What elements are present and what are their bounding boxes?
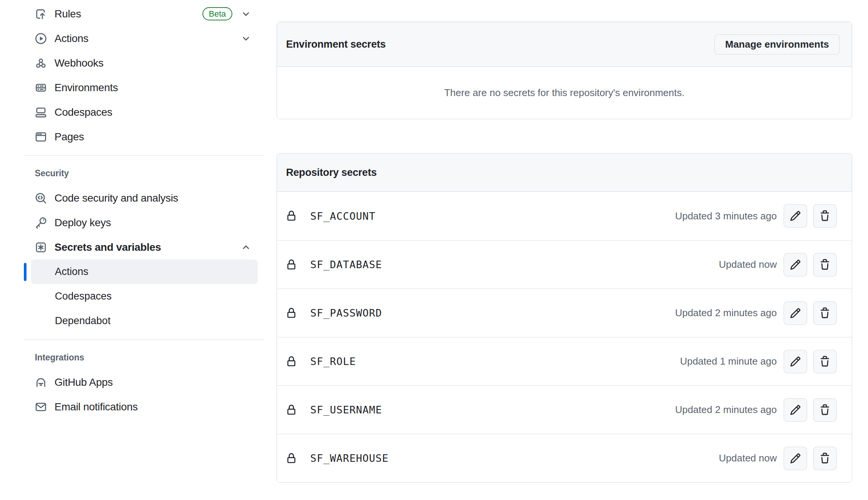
settings-sidebar: Rules Beta Actions Webhooks (0, 0, 265, 419)
sidebar-item-label: Actions (54, 33, 89, 45)
sidebar-subitem-codespaces[interactable]: Codespaces (31, 284, 258, 309)
sidebar-item-label: Email notifications (54, 401, 138, 413)
play-icon (35, 33, 47, 45)
sidebar-item-label: Secrets and variables (54, 241, 161, 253)
secret-name: SF_PASSWORD (310, 307, 382, 319)
pencil-icon (790, 210, 801, 222)
sidebar-item-github-apps[interactable]: GitHub Apps (23, 370, 265, 394)
sidebar-item-label: Webhooks (54, 57, 103, 69)
asterisk-box-icon (35, 241, 47, 253)
trash-icon (819, 356, 831, 367)
settings-main-content: Environment secrets Manage environments … (277, 0, 852, 500)
environment-secrets-title: Environment secrets (286, 39, 714, 50)
edit-secret-button[interactable] (784, 301, 807, 325)
github-repo-settings-page: Rules Beta Actions Webhooks (0, 0, 868, 500)
sidebar-item-label: Codespaces (54, 106, 112, 118)
sidebar-subitem-label: Actions (55, 266, 89, 278)
code-scan-icon (35, 192, 47, 204)
delete-secret-button[interactable] (813, 398, 837, 422)
chevron-down-icon (241, 33, 251, 44)
sidebar-item-rules[interactable]: Rules Beta (23, 2, 265, 26)
delete-secret-button[interactable] (813, 253, 837, 276)
delete-secret-button[interactable] (813, 204, 837, 228)
trash-icon (819, 453, 831, 464)
sidebar-item-webhooks[interactable]: Webhooks (23, 51, 265, 75)
rules-icon (35, 8, 47, 20)
secret-updated: Updated 2 minutes ago (675, 404, 777, 416)
environment-secrets-empty-state: There are no secrets for this repository… (277, 67, 852, 119)
sidebar-item-label: Code security and analysis (54, 192, 178, 204)
sidebar-item-label: GitHub Apps (54, 376, 113, 388)
sidebar-item-secrets-and-variables[interactable]: Secrets and variables (23, 235, 265, 259)
repository-secrets-title: Repository secrets (286, 167, 840, 179)
sidebar-item-actions[interactable]: Actions (23, 26, 265, 51)
trash-icon (819, 404, 831, 416)
key-icon (35, 217, 47, 229)
delete-secret-button[interactable] (813, 350, 837, 373)
edit-secret-button[interactable] (784, 253, 807, 276)
edit-secret-button[interactable] (784, 398, 807, 422)
manage-environments-button[interactable]: Manage environments (714, 34, 840, 54)
sidebar-subitem-dependabot[interactable]: Dependabot (31, 309, 258, 333)
browser-icon (35, 131, 47, 143)
trash-icon (819, 259, 831, 270)
pencil-icon (790, 356, 801, 367)
sidebar-item-pages[interactable]: Pages (23, 124, 265, 149)
repository-secrets-header: Repository secrets (277, 154, 852, 192)
secret-updated: Updated now (719, 452, 777, 464)
sidebar-section-integrations: Integrations (23, 345, 265, 370)
sidebar-item-codespaces[interactable]: Codespaces (23, 100, 265, 124)
server-icon (35, 82, 47, 94)
lock-icon (286, 356, 297, 367)
edit-secret-button[interactable] (784, 204, 807, 228)
codespaces-icon (35, 106, 47, 118)
sidebar-section-security: Security (23, 161, 265, 186)
secret-name: SF_WAREHOUSE (310, 452, 389, 464)
environment-secrets-header: Environment secrets Manage environments (277, 22, 852, 67)
edit-secret-button[interactable] (784, 447, 807, 470)
lock-icon (286, 259, 297, 270)
delete-secret-button[interactable] (813, 301, 837, 325)
pencil-icon (790, 307, 801, 319)
chevron-up-icon (241, 242, 251, 253)
pencil-icon (790, 404, 801, 416)
sidebar-item-label: Environments (54, 82, 118, 94)
sidebar-divider (24, 155, 264, 156)
sidebar-item-label: Rules (54, 8, 81, 20)
secret-updated: Updated 2 minutes ago (675, 307, 777, 319)
secret-row: SF_PASSWORD Updated 2 minutes ago (277, 289, 852, 337)
pencil-icon (790, 259, 801, 270)
secret-name: SF_DATABASE (310, 259, 382, 270)
repository-secrets-box: Repository secrets SF_ACCOUNT Updated 3 … (277, 153, 852, 483)
secret-updated: Updated now (719, 259, 777, 270)
secret-row: SF_ROLE Updated 1 minute ago (277, 337, 852, 385)
trash-icon (819, 307, 831, 319)
sidebar-item-label: Pages (54, 131, 84, 143)
hubot-icon (35, 376, 47, 388)
edit-secret-button[interactable] (784, 350, 807, 373)
beta-badge: Beta (202, 7, 232, 21)
delete-secret-button[interactable] (813, 447, 837, 470)
sidebar-item-label: Deploy keys (54, 217, 111, 229)
sidebar-item-email-notifications[interactable]: Email notifications (23, 394, 265, 419)
lock-icon (286, 308, 297, 318)
sidebar-item-environments[interactable]: Environments (23, 75, 265, 100)
secret-updated: Updated 3 minutes ago (675, 210, 777, 222)
sidebar-subitem-label: Codespaces (55, 290, 112, 302)
secret-name: SF_USERNAME (310, 404, 382, 416)
mail-icon (35, 401, 47, 413)
pencil-icon (790, 453, 801, 464)
lock-icon (286, 211, 297, 221)
sidebar-item-code-security[interactable]: Code security and analysis (23, 186, 265, 210)
sidebar-subitem-label: Dependabot (55, 315, 110, 327)
webhook-icon (35, 57, 47, 69)
empty-state-message: There are no secrets for this repository… (444, 87, 684, 99)
secret-row: SF_WAREHOUSE Updated now (277, 434, 852, 482)
lock-icon (286, 405, 297, 415)
lock-icon (286, 453, 297, 464)
secret-row: SF_DATABASE Updated now (277, 240, 852, 289)
chevron-down-icon (241, 9, 251, 19)
sidebar-subitem-actions[interactable]: Actions (31, 259, 258, 284)
secret-name: SF_ROLE (310, 356, 356, 367)
sidebar-item-deploy-keys[interactable]: Deploy keys (23, 210, 265, 235)
